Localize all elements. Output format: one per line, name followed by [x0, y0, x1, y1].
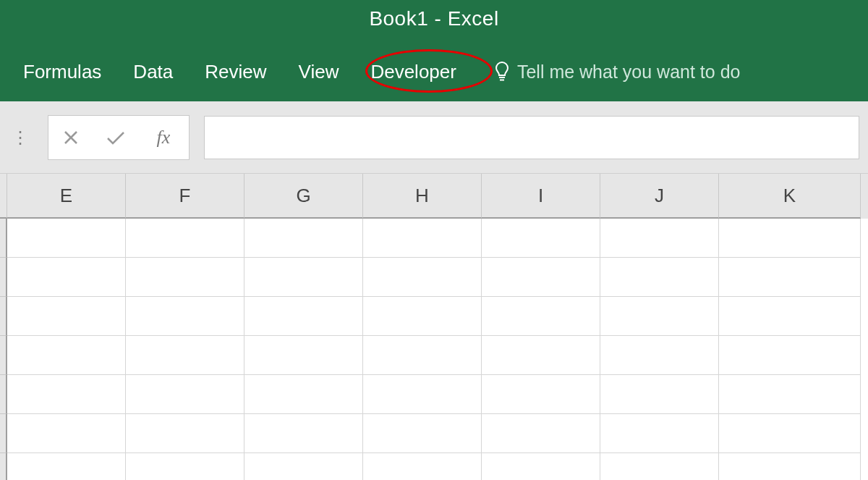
- cell[interactable]: [719, 258, 861, 297]
- cell[interactable]: [363, 297, 482, 336]
- cell[interactable]: [126, 336, 244, 375]
- enter-icon[interactable]: [93, 130, 138, 145]
- title-ribbon-area: Book1 - Excel Formulas Data Review View …: [0, 0, 868, 101]
- cell[interactable]: [600, 375, 719, 414]
- grid-row: [0, 219, 868, 258]
- cell[interactable]: [482, 297, 600, 336]
- column-header[interactable]: J: [600, 174, 719, 219]
- lightbulb-icon: [494, 61, 510, 83]
- cell[interactable]: [600, 219, 719, 258]
- cell[interactable]: [363, 336, 482, 375]
- cell[interactable]: [363, 258, 482, 297]
- cell[interactable]: [363, 453, 482, 480]
- row-header[interactable]: [0, 375, 7, 414]
- insert-function-button[interactable]: fx: [138, 127, 189, 148]
- column-header[interactable]: E: [7, 174, 126, 219]
- cell[interactable]: [719, 453, 861, 480]
- column-header[interactable]: I: [482, 174, 600, 219]
- cell[interactable]: [363, 414, 482, 453]
- formula-bar-handle-icon[interactable]: ⋮: [9, 135, 33, 140]
- row-header[interactable]: [0, 336, 7, 375]
- cell[interactable]: [719, 297, 861, 336]
- cell[interactable]: [126, 414, 244, 453]
- cell[interactable]: [244, 219, 363, 258]
- cell[interactable]: [126, 453, 244, 480]
- grid-row: [0, 414, 868, 453]
- cell[interactable]: [7, 297, 126, 336]
- cell[interactable]: [244, 258, 363, 297]
- tab-data[interactable]: Data: [117, 58, 189, 85]
- cell[interactable]: [719, 336, 861, 375]
- cell[interactable]: [600, 297, 719, 336]
- tell-me-placeholder: Tell me what you want to do: [517, 62, 741, 83]
- cell[interactable]: [244, 375, 363, 414]
- cell[interactable]: [126, 219, 244, 258]
- column-header[interactable]: H: [363, 174, 482, 219]
- column-header[interactable]: F: [126, 174, 244, 219]
- column-headers: E F G H I J K: [0, 174, 868, 219]
- formula-bar-strip: ⋮ fx: [0, 101, 868, 174]
- cell[interactable]: [244, 414, 363, 453]
- row-header[interactable]: [0, 219, 7, 258]
- cell[interactable]: [482, 219, 600, 258]
- cell[interactable]: [482, 336, 600, 375]
- window-title: Book1 - Excel: [0, 7, 868, 30]
- cell[interactable]: [719, 219, 861, 258]
- cell[interactable]: [244, 297, 363, 336]
- grid-row: [0, 336, 868, 375]
- tab-view[interactable]: View: [283, 58, 355, 85]
- row-header[interactable]: [0, 297, 7, 336]
- row-header[interactable]: [0, 453, 7, 480]
- cell[interactable]: [244, 336, 363, 375]
- row-header[interactable]: [0, 258, 7, 297]
- cell[interactable]: [7, 336, 126, 375]
- cell[interactable]: [244, 453, 363, 480]
- cell[interactable]: [363, 219, 482, 258]
- cell[interactable]: [7, 414, 126, 453]
- cell[interactable]: [126, 375, 244, 414]
- column-header[interactable]: G: [244, 174, 363, 219]
- tell-me-search[interactable]: Tell me what you want to do: [472, 61, 741, 83]
- cell[interactable]: [600, 414, 719, 453]
- cell[interactable]: [7, 258, 126, 297]
- grid-row: [0, 258, 868, 297]
- grid-row: [0, 297, 868, 336]
- spreadsheet-grid: E F G H I J K: [0, 174, 868, 480]
- tab-formulas[interactable]: Formulas: [7, 58, 117, 85]
- formula-bar-buttons: fx: [48, 115, 190, 160]
- cell[interactable]: [126, 258, 244, 297]
- ribbon-tabs: Formulas Data Review View Developer Tell…: [7, 58, 740, 85]
- cell[interactable]: [482, 258, 600, 297]
- cell[interactable]: [600, 258, 719, 297]
- cell[interactable]: [482, 375, 600, 414]
- cell[interactable]: [719, 414, 861, 453]
- grid-row: [0, 453, 868, 480]
- cell[interactable]: [482, 414, 600, 453]
- cell[interactable]: [7, 219, 126, 258]
- tab-review[interactable]: Review: [189, 58, 282, 85]
- cell[interactable]: [7, 453, 126, 480]
- column-header[interactable]: K: [719, 174, 861, 219]
- grid-row: [0, 375, 868, 414]
- cell[interactable]: [363, 375, 482, 414]
- cell[interactable]: [600, 336, 719, 375]
- tab-developer[interactable]: Developer: [354, 58, 472, 85]
- cell[interactable]: [126, 297, 244, 336]
- cancel-icon[interactable]: [48, 130, 93, 146]
- grid-rows: [0, 219, 868, 480]
- cell[interactable]: [719, 375, 861, 414]
- select-all-corner[interactable]: [0, 174, 7, 219]
- cell[interactable]: [482, 453, 600, 480]
- formula-input[interactable]: [204, 116, 859, 159]
- row-header[interactable]: [0, 414, 7, 453]
- cell[interactable]: [7, 375, 126, 414]
- cell[interactable]: [600, 453, 719, 480]
